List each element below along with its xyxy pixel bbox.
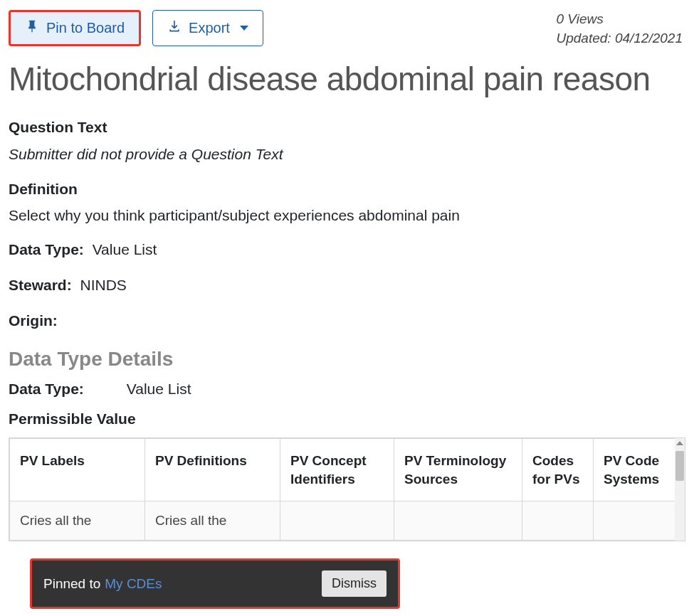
- export-button[interactable]: Export: [152, 10, 263, 46]
- toast-link[interactable]: My CDEs: [105, 576, 162, 592]
- steward-label: Steward:: [9, 277, 72, 293]
- export-button-label: Export: [189, 20, 230, 36]
- th-codes-for-pvs: Codes for PVs: [522, 439, 594, 501]
- data-type-value: Value List: [93, 241, 157, 257]
- details-data-type-value: Value List: [127, 381, 191, 398]
- pin-to-board-button[interactable]: Pin to Board: [9, 10, 141, 46]
- cell-pv-definition: Cries all the: [145, 501, 280, 541]
- data-type-details-title: Data Type Details: [9, 348, 685, 371]
- scrollbar-thumb[interactable]: [675, 451, 684, 481]
- page-title: Mitochondrial disease abdominal pain rea…: [0, 48, 694, 104]
- chevron-down-icon: [240, 26, 248, 31]
- cell-codes: [522, 501, 594, 541]
- details-data-type-label: Data Type:: [9, 381, 84, 398]
- meta-info: 0 Views Updated: 04/12/2021: [557, 10, 686, 48]
- table-row: Cries all the Cries all the: [10, 501, 686, 541]
- permissible-value-table: PV Labels PV Definitions PV Concept Iden…: [9, 438, 685, 541]
- question-text-label: Question Text: [9, 115, 685, 139]
- question-text-value: Submitter did not provide a Question Tex…: [9, 142, 685, 166]
- toast-notification: Pinned to My CDEs Dismiss: [30, 558, 400, 609]
- th-pv-terminology-sources: PV Terminology Sources: [394, 439, 522, 501]
- cell-pv-terminology: [394, 501, 522, 541]
- origin-label: Origin:: [9, 312, 58, 329]
- scrollbar[interactable]: [675, 438, 685, 541]
- definition-value: Select why you think participant/subject…: [9, 204, 685, 227]
- permissible-value-table-wrap: PV Labels PV Definitions PV Concept Iden…: [9, 437, 685, 541]
- views-count: 0 Views: [557, 10, 683, 29]
- permissible-value-label: Permissible Value: [9, 410, 685, 428]
- th-pv-labels: PV Labels: [10, 439, 145, 501]
- cell-pv-label: Cries all the: [10, 501, 145, 541]
- th-pv-concept-identifiers: PV Concept Identifiers: [280, 439, 394, 501]
- dismiss-button[interactable]: Dismiss: [322, 570, 387, 597]
- updated-date: Updated: 04/12/2021: [557, 29, 683, 48]
- pin-icon: [25, 19, 39, 37]
- th-pv-code-systems: PV Code Systems: [594, 439, 686, 501]
- cell-pv-concept: [280, 501, 394, 541]
- definition-label: Definition: [9, 177, 685, 201]
- table-header-row: PV Labels PV Definitions PV Concept Iden…: [10, 439, 686, 501]
- download-icon: [167, 19, 182, 37]
- data-type-label: Data Type:: [9, 241, 84, 257]
- toast-prefix: Pinned to: [43, 576, 100, 592]
- cell-code-systems: [594, 501, 686, 541]
- pin-button-label: Pin to Board: [46, 20, 125, 36]
- steward-value: NINDS: [80, 277, 127, 293]
- th-pv-definitions: PV Definitions: [145, 439, 280, 501]
- scroll-up-icon: [676, 441, 683, 445]
